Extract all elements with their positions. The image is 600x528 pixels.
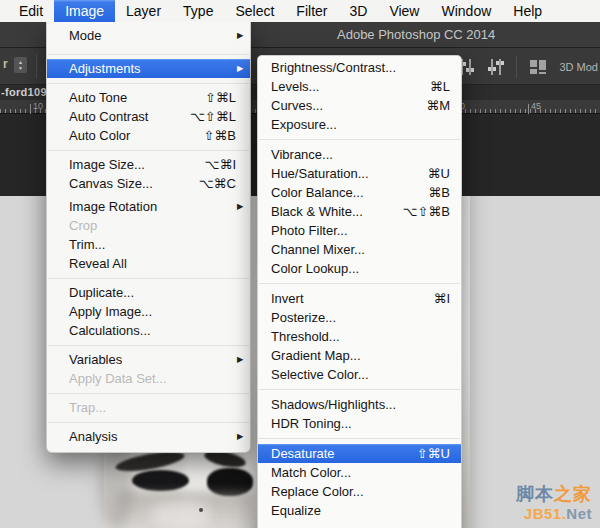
menu-separator (47, 145, 250, 155)
menu-item-label: Adjustments (69, 61, 141, 76)
menu-item-label: Apply Image... (69, 304, 152, 319)
menu-item-calculations[interactable]: Calculations... (47, 321, 250, 340)
menu-item-apply-data-set: Apply Data Set... (47, 369, 250, 388)
menu-bar: EditImageLayerTypeSelectFilter3DViewWind… (0, 0, 600, 22)
menu-item-label: Crop (69, 218, 97, 233)
menu-item-auto-contrast[interactable]: Auto Contrast⌥⇧⌘L (47, 107, 250, 126)
menu-item-match-color[interactable]: Match Color... (258, 463, 461, 482)
menu-item-trim[interactable]: Trim... (47, 235, 250, 254)
photo-face-highlight (150, 501, 210, 528)
menu-item-vibrance[interactable]: Vibrance... (258, 145, 461, 164)
menu-item-label: Posterize... (271, 310, 336, 325)
menu-item-mode[interactable]: Mode▶ (47, 22, 250, 49)
menu-item-adjustments[interactable]: Adjustments▶ (47, 59, 250, 78)
menu-item-hue-saturation[interactable]: Hue/Saturation...⌘U (258, 164, 461, 183)
menu-item-image-rotation[interactable]: Image Rotation▶ (47, 197, 250, 216)
options-field-fragment: r (3, 57, 8, 71)
menu-item-curves[interactable]: Curves...⌘M (258, 96, 461, 115)
menubar-item-layer[interactable]: Layer (115, 0, 172, 22)
3d-mode-label[interactable]: 3D Mod (559, 61, 598, 73)
menu-item-black-white[interactable]: Black & White...⌥⇧⌘B (258, 202, 461, 221)
stepper-control[interactable] (14, 57, 27, 73)
menu-item-label: Shadows/Highlights... (271, 397, 396, 412)
menu-item-replace-color[interactable]: Replace Color... (258, 482, 461, 501)
menu-item-levels[interactable]: Levels...⌘L (258, 77, 461, 96)
menu-item-gradient-map[interactable]: Gradient Map... (258, 346, 461, 365)
submenu-arrow-icon: ▶ (237, 63, 243, 73)
menu-item-apply-image[interactable]: Apply Image... (47, 302, 250, 321)
menubar-item-edit[interactable]: Edit (8, 0, 54, 22)
menu-item-shortcut: ⌥⇧⌘B (402, 204, 450, 219)
menu-item-label: Mode (69, 28, 102, 43)
menu-item-shortcut: ⌘I (433, 291, 450, 306)
menu-item-label: Equalize (271, 503, 321, 518)
menu-separator (258, 278, 461, 289)
menu-item-auto-tone[interactable]: Auto Tone⇧⌘L (47, 88, 250, 107)
menu-item-invert[interactable]: Invert⌘I (258, 289, 461, 308)
menu-item-analysis[interactable]: Analysis▶ (47, 427, 250, 446)
menu-item-label: Vibrance... (271, 147, 333, 162)
menu-item-label: Trim... (69, 237, 105, 252)
menu-item-photo-filter[interactable]: Photo Filter... (258, 221, 461, 240)
menubar-item-type[interactable]: Type (172, 0, 224, 22)
options-divider (36, 54, 37, 78)
menu-item-label: Levels... (271, 79, 319, 94)
menu-item-shortcut: ⌘M (426, 98, 450, 113)
photo-left-eye (132, 470, 189, 491)
menu-item-label: Selective Color... (271, 367, 369, 382)
menu-item-hdr-toning[interactable]: HDR Toning... (258, 414, 461, 433)
menu-item-label: HDR Toning... (271, 416, 352, 431)
menu-item-label: Auto Color (69, 128, 130, 143)
menu-item-reveal-all[interactable]: Reveal All (47, 254, 250, 273)
menu-item-color-lookup[interactable]: Color Lookup... (258, 259, 461, 278)
menu-item-label: Canvas Size... (69, 176, 153, 191)
menubar-item-select[interactable]: Select (224, 0, 285, 22)
menu-item-label: Threshold... (271, 329, 340, 344)
panel-columns-icon[interactable] (527, 58, 549, 76)
menubar-item-view[interactable]: View (378, 0, 430, 22)
menu-item-label: Duplicate... (69, 285, 134, 300)
menu-item-label: Brightness/Contrast... (271, 60, 396, 75)
photoshop-screen: Adobe Photoshop CC 2014 r 3D Mod -ford10… (0, 0, 600, 528)
menu-item-threshold[interactable]: Threshold... (258, 327, 461, 346)
menu-item-variables[interactable]: Variables▶ (47, 350, 250, 369)
menubar-item-image[interactable]: Image (54, 0, 115, 22)
menu-item-selective-color[interactable]: Selective Color... (258, 365, 461, 384)
menu-separator (258, 384, 461, 395)
watermark-text: Net (566, 505, 592, 522)
menu-separator (258, 134, 461, 145)
menu-item-label: Black & White... (271, 204, 363, 219)
menu-item-channel-mixer[interactable]: Channel Mixer... (258, 240, 461, 259)
watermark-text: 之家 (554, 484, 592, 504)
menu-item-label: Exposure... (271, 117, 337, 132)
menu-item-label: Photo Filter... (271, 223, 348, 238)
menu-item-label: Apply Data Set... (69, 371, 167, 386)
menubar-item-filter[interactable]: Filter (285, 0, 338, 22)
menu-item-posterize[interactable]: Posterize... (258, 308, 461, 327)
menu-item-brightness-contrast[interactable]: Brightness/Contrast... (258, 58, 461, 77)
menu-item-desaturate[interactable]: Desaturate⇧⌘U (258, 444, 461, 463)
menu-item-label: Invert (271, 291, 304, 306)
menu-item-color-balance[interactable]: Color Balance...⌘B (258, 183, 461, 202)
sliders-icon[interactable] (486, 58, 506, 76)
menu-item-auto-color[interactable]: Auto Color⇧⌘B (47, 126, 250, 145)
menu-item-label: Curves... (271, 98, 323, 113)
menu-item-exposure[interactable]: Exposure... (258, 115, 461, 134)
submenu-arrow-icon: ▶ (237, 354, 243, 364)
document-tab[interactable]: -ford109 (1, 86, 47, 98)
menubar-item-help[interactable]: Help (502, 0, 553, 22)
menu-item-duplicate[interactable]: Duplicate... (47, 283, 250, 302)
menu-item-shadows-highlights[interactable]: Shadows/Highlights... (258, 395, 461, 414)
menu-separator (258, 433, 461, 444)
menubar-item-window[interactable]: Window (430, 0, 502, 22)
menu-item-shortcut: ⇧⌘B (203, 128, 236, 143)
image-menu-dropdown: Mode▶Adjustments▶Auto Tone⇧⌘LAuto Contra… (46, 22, 251, 453)
menu-item-equalize[interactable]: Equalize (258, 501, 461, 520)
menubar-item-3d[interactable]: 3D (338, 0, 378, 22)
menu-item-label: Image Rotation (69, 199, 157, 214)
menu-item-canvas-size[interactable]: Canvas Size...⌥⌘C (47, 174, 250, 193)
menu-item-image-size[interactable]: Image Size...⌥⌘I (47, 155, 250, 174)
ruler-major-tick (528, 104, 529, 114)
menu-item-label: Variables (69, 352, 122, 367)
menu-separator (47, 340, 250, 350)
